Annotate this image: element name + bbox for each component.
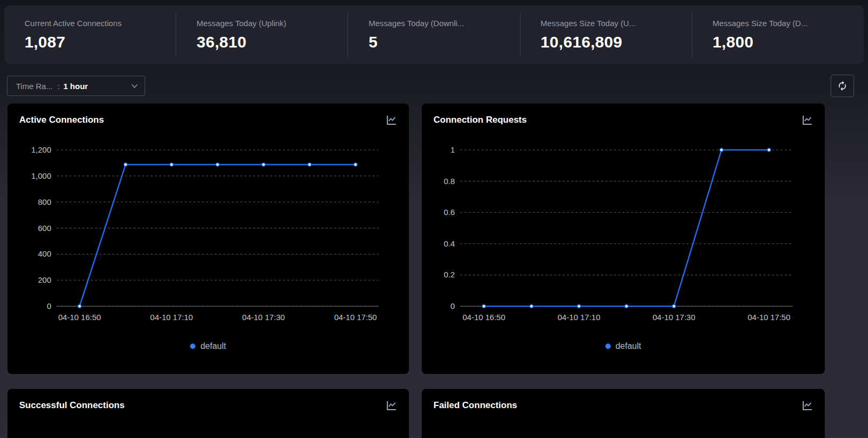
svg-text:04-10 17:10: 04-10 17:10 [557, 313, 600, 322]
card-title: Active Connections [19, 115, 104, 125]
stat-label: Current Active Connections [25, 19, 176, 28]
svg-text:0.2: 0.2 [444, 270, 455, 279]
legend-label: default [616, 341, 641, 351]
legend-dot [605, 344, 611, 349]
stat-messages-today-uplink: Messages Today (Uplink) 36,810 [176, 12, 348, 57]
svg-text:04-10 17:50: 04-10 17:50 [334, 313, 377, 322]
legend-item-default[interactable]: default [19, 341, 397, 351]
chart-canvas[interactable]: 02004006008001,0001,20004-10 16:5004-10 … [19, 132, 397, 325]
svg-text:400: 400 [38, 249, 51, 258]
svg-text:04-10 17:30: 04-10 17:30 [652, 313, 695, 322]
svg-text:04-10 16:50: 04-10 16:50 [462, 313, 505, 322]
svg-text:0: 0 [47, 301, 51, 310]
time-range-value: 1 hour [64, 82, 88, 91]
card-connection-requests: Connection Requests 00.20.40.60.8104-10 … [422, 103, 825, 374]
stat-value: 36,810 [196, 33, 348, 51]
chevron-down-icon [131, 82, 138, 90]
svg-text:1,200: 1,200 [31, 145, 51, 154]
stat-label: Messages Size Today (U... [541, 19, 692, 28]
card-title: Connection Requests [433, 115, 527, 125]
stat-value: 1,087 [25, 33, 176, 51]
line-chart-icon[interactable] [385, 400, 397, 411]
legend-dot [190, 344, 195, 349]
stats-bar: Current Active Connections 1,087 Message… [4, 5, 864, 64]
chart-canvas[interactable]: 00.20.40.60.8104-10 16:5004-10 17:1004-1… [433, 132, 813, 325]
refresh-button[interactable] [831, 75, 854, 97]
svg-text:04-10 16:50: 04-10 16:50 [58, 313, 101, 322]
stat-label: Messages Size Today (D... [713, 19, 864, 28]
time-range-label: Time Ra... [16, 82, 53, 91]
stat-messages-today-downlink: Messages Today (Downli... 5 [348, 12, 519, 57]
stat-value: 1,800 [713, 33, 864, 51]
svg-text:04-10 17:50: 04-10 17:50 [747, 313, 790, 322]
toolbar: Time Ra... : 1 hour [7, 75, 854, 97]
time-range-separator: : [58, 82, 60, 91]
svg-text:0.8: 0.8 [444, 177, 455, 186]
stat-current-active-connections: Current Active Connections 1,087 [4, 12, 176, 57]
svg-text:1: 1 [451, 145, 455, 154]
line-chart-icon[interactable] [385, 114, 397, 126]
stat-messages-size-today-uplink: Messages Size Today (U... 10,616,809 [520, 12, 692, 57]
stat-value: 10,616,809 [541, 33, 692, 51]
card-active-connections: Active Connections 02004006008001,0001,2… [7, 103, 409, 374]
legend-label: default [200, 341, 226, 351]
card-successful-connections: Successful Connections [7, 389, 409, 438]
card-title: Failed Connections [433, 400, 517, 411]
svg-text:1,000: 1,000 [31, 171, 51, 180]
svg-text:0.4: 0.4 [444, 239, 455, 248]
stat-messages-size-today-downlink: Messages Size Today (D... 1,800 [692, 12, 864, 57]
line-chart-icon[interactable] [801, 400, 813, 411]
monitoring-dashboard: Current Active Connections 1,087 Message… [0, 5, 868, 438]
svg-text:600: 600 [38, 224, 51, 233]
line-chart-icon[interactable] [801, 114, 813, 126]
card-failed-connections: Failed Connections [422, 389, 825, 438]
svg-text:800: 800 [38, 197, 51, 206]
card-title: Successful Connections [19, 400, 124, 411]
legend-item-default[interactable]: default [433, 341, 813, 351]
stat-label: Messages Today (Downli... [368, 19, 519, 28]
svg-text:0: 0 [451, 301, 455, 310]
svg-text:0.6: 0.6 [444, 208, 455, 217]
refresh-icon [837, 81, 848, 91]
stat-label: Messages Today (Uplink) [196, 19, 348, 28]
time-range-select[interactable]: Time Ra... : 1 hour [7, 76, 145, 96]
stat-value: 5 [368, 33, 519, 51]
svg-text:200: 200 [38, 275, 51, 284]
svg-text:04-10 17:30: 04-10 17:30 [242, 313, 285, 322]
svg-text:04-10 17:10: 04-10 17:10 [150, 313, 193, 322]
charts-grid: Active Connections 02004006008001,0001,2… [7, 103, 868, 438]
